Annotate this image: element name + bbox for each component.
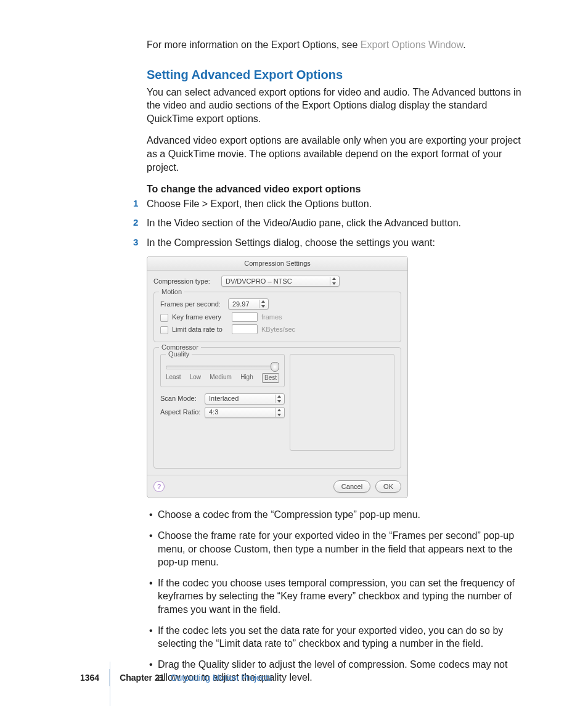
quality-label-medium: Medium — [210, 373, 232, 383]
step-item: In the Video section of the Video/Audio … — [147, 216, 529, 230]
chapter-label: Chapter 21 — [120, 673, 164, 683]
compression-type-popup[interactable]: DV/DVCPRO – NTSC — [221, 276, 340, 287]
step-item: In the Compression Settings dialog, choo… — [147, 236, 529, 250]
keyframe-field[interactable] — [232, 312, 258, 322]
aspect-ratio-value: 4:3 — [209, 408, 218, 417]
section-heading: Setting Advanced Export Options — [147, 67, 529, 83]
popup-arrows-icon — [275, 395, 283, 403]
compressor-group: Compressor Quality Least — [153, 347, 401, 469]
fps-value: 29.97 — [232, 300, 250, 309]
popup-arrows-icon — [330, 277, 338, 285]
aspect-ratio-popup[interactable]: 4:3 — [205, 407, 285, 418]
compression-settings-dialog: Compression Settings Compression type: D… — [147, 256, 408, 499]
dialog-title: Compression Settings — [147, 257, 407, 271]
ok-button[interactable]: OK — [375, 480, 401, 493]
fps-label: Frames per second: — [160, 300, 228, 309]
list-item: If the codec lets you set the data rate … — [147, 624, 529, 651]
keyframe-checkbox-row[interactable]: Key frame every — [160, 313, 228, 322]
quality-label-high: High — [240, 373, 253, 383]
limit-unit: KBytes/sec — [261, 325, 295, 334]
quality-label-least: Least — [166, 373, 181, 383]
limit-field[interactable] — [232, 324, 258, 334]
list-item: Choose the frame rate for your exported … — [147, 529, 529, 569]
steps-list: Choose File > Export, then click the Opt… — [147, 197, 529, 250]
preview-pane — [290, 354, 394, 451]
checkbox-icon — [160, 314, 168, 322]
slider-track — [166, 366, 279, 369]
list-item: Choose a codec from the “Compression typ… — [147, 508, 529, 522]
intro-pre: For more information on the Export Optio… — [147, 39, 361, 50]
margin-rule — [110, 662, 110, 706]
compression-type-value: DV/DVCPRO – NTSC — [226, 277, 292, 286]
list-item: If the codec you choose uses temporal co… — [147, 577, 529, 617]
limit-checkbox-row[interactable]: Limit data rate to — [160, 325, 228, 334]
popup-arrows-icon — [259, 300, 267, 308]
cancel-button[interactable]: Cancel — [333, 480, 370, 493]
checkbox-icon — [160, 326, 168, 334]
motion-group: Motion Frames per second: 29.97 Key fram… — [153, 292, 401, 342]
popup-arrows-icon — [275, 408, 283, 417]
bullet-list: Choose a codec from the “Compression typ… — [147, 508, 529, 684]
body-paragraph-2: Advanced video export options are availa… — [147, 134, 529, 174]
help-button[interactable]: ? — [153, 481, 165, 492]
motion-legend: Motion — [159, 287, 184, 297]
keyframe-label: Key frame every — [172, 313, 221, 321]
quality-group: Quality Least Low Medium High — [160, 354, 285, 387]
page-number: 1364 — [80, 673, 99, 683]
fps-popup[interactable]: 29.97 — [228, 298, 269, 310]
aspect-ratio-label: Aspect Ratio: — [160, 408, 205, 417]
task-heading: To change the advanced video export opti… — [147, 183, 529, 196]
slider-thumb-icon — [271, 362, 279, 372]
quality-legend: Quality — [166, 350, 192, 359]
compression-type-label: Compression type: — [153, 277, 221, 286]
export-options-window-link[interactable]: Export Options Window — [361, 39, 463, 50]
page-footer: 1364 Chapter 21 Outputting Motion Projec… — [0, 669, 588, 686]
chapter-title: Outputting Motion Projects — [171, 673, 272, 683]
keyframe-unit: frames — [261, 313, 282, 322]
scan-mode-value: Interlaced — [209, 394, 239, 403]
intro-post: . — [463, 39, 465, 50]
scan-mode-popup[interactable]: Interlaced — [205, 393, 285, 404]
quality-slider[interactable] — [166, 363, 279, 369]
limit-label: Limit data rate to — [172, 326, 223, 333]
step-item: Choose File > Export, then click the Opt… — [147, 197, 529, 211]
intro-paragraph: For more information on the Export Optio… — [147, 38, 529, 52]
quality-label-low: Low — [190, 373, 201, 383]
quality-labels: Least Low Medium High Best — [166, 373, 279, 383]
scan-mode-label: Scan Mode: — [160, 394, 205, 403]
body-paragraph-1: You can select advanced export options f… — [147, 86, 529, 126]
quality-label-best: Best — [262, 373, 279, 383]
